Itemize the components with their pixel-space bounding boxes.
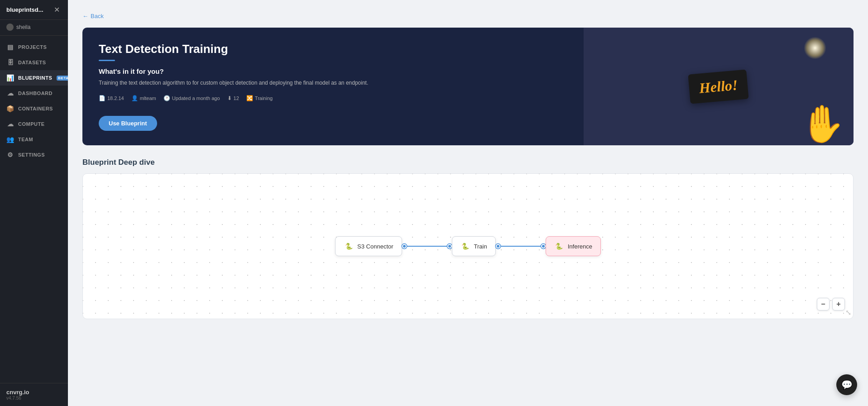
hero-meta: 📄 18.2.14 👤 mlteam 🕐 Updated a month ago… <box>99 95 567 101</box>
sidebar-blueprints-label: BLUEPRINTS <box>18 75 52 81</box>
download-icon: ⬇ <box>227 95 232 101</box>
meta-updated-value: Updated a month ago <box>172 96 220 101</box>
sidebar-item-containers[interactable]: 📦 CONTAINERS <box>0 101 68 116</box>
flow-connector-1 <box>402 244 452 248</box>
sidebar-compute-label: COMPUTE <box>18 121 45 127</box>
meta-type-value: Training <box>255 96 273 101</box>
inference-node-icon: 🐍 <box>554 241 564 251</box>
flow-container: 🐍 S3 Connector 🐍 Train <box>82 173 854 319</box>
team-icon: 👥 <box>6 136 14 143</box>
train-node-icon: 🐍 <box>460 241 470 251</box>
hero-image-panel: Hello! 🤚 <box>584 28 854 145</box>
version-label: v4.7.56 <box>6 396 62 401</box>
flow-node-inference[interactable]: 🐍 Inference <box>546 236 601 256</box>
sidebar-item-dashboard[interactable]: ☁ DASHBOARD <box>0 86 68 101</box>
sidebar-containers-label: CONTAINERS <box>18 106 53 111</box>
user-avatar <box>6 24 14 31</box>
sidebar-item-settings[interactable]: ⚙ SETTINGS <box>0 147 68 162</box>
connector-dot-left-1 <box>402 244 407 248</box>
meta-updated: 🕐 Updated a month ago <box>163 95 220 101</box>
sidebar-item-projects[interactable]: ▤ PROJECTS <box>0 39 68 55</box>
sidebar-item-blueprints[interactable]: 📊 BLUEPRINTS BETA <box>0 70 68 86</box>
hero-subtitle: What's in it for you? <box>99 67 567 75</box>
sidebar-footer: cnvrg.io v4.7.56 <box>0 383 68 406</box>
flow-node-train[interactable]: 🐍 Train <box>452 236 496 256</box>
s3-node-icon: 🐍 <box>344 241 354 251</box>
hero-content: Text Detection Training What's in it for… <box>82 28 584 145</box>
use-blueprint-button[interactable]: Use Blueprint <box>99 116 157 131</box>
s3-node-label: S3 Connector <box>357 243 393 250</box>
sidebar-collapse-button[interactable]: ✕ <box>52 5 62 14</box>
hero-title: Text Detection Training <box>99 42 567 56</box>
connector-dot-left-2 <box>496 244 500 248</box>
connector-dot-right-2 <box>541 244 546 248</box>
meta-version: 📄 18.2.14 <box>99 95 124 101</box>
clock-icon: 🕐 <box>163 95 170 101</box>
sidebar-item-compute[interactable]: ☁ COMPUTE <box>0 116 68 132</box>
flow-node-s3-connector[interactable]: 🐍 S3 Connector <box>335 236 402 256</box>
flow-connector-2 <box>496 244 546 248</box>
zoom-out-button[interactable]: − <box>817 298 830 310</box>
deep-dive-title: Blueprint Deep dive <box>82 158 854 167</box>
flow-canvas: 🐍 S3 Connector 🐍 Train <box>83 174 853 319</box>
app-name: blueprintsd... <box>6 6 43 13</box>
meta-team-value: mlteam <box>140 96 156 101</box>
hero-description: Training the text detection algorithm to… <box>99 79 567 87</box>
brand-name: cnvrg.io <box>6 389 62 396</box>
compute-icon: ☁ <box>6 120 14 128</box>
chat-bubble-button[interactable]: 💬 <box>836 374 857 395</box>
flow-nodes: 🐍 S3 Connector 🐍 Train <box>335 236 601 256</box>
hello-sign: Hello! <box>688 69 749 104</box>
settings-icon: ⚙ <box>6 151 14 158</box>
zoom-controls: − + <box>817 298 845 310</box>
chat-icon: 💬 <box>841 379 853 390</box>
main-content: ← Back Text Detection Training What's in… <box>68 0 868 406</box>
zoom-in-button[interactable]: + <box>832 298 845 310</box>
sidebar-team-label: TEAM <box>18 137 33 142</box>
hero-divider <box>99 60 115 61</box>
team-icon: 👤 <box>131 95 138 101</box>
version-icon: 📄 <box>99 95 106 101</box>
connector-line-2 <box>500 246 541 247</box>
datasets-icon: 🗄 <box>6 59 14 66</box>
type-icon: 🔀 <box>246 95 253 101</box>
sidebar-projects-label: PROJECTS <box>18 44 47 50</box>
sidebar-dashboard-label: DASHBOARD <box>18 91 53 96</box>
hand-illustration: 🤚 <box>799 103 844 145</box>
sidebar: blueprintsd... ✕ sheila ▤ PROJECTS 🗄 DAT… <box>0 0 68 406</box>
sidebar-header: blueprintsd... ✕ <box>0 0 68 20</box>
connector-dot-right-1 <box>447 244 452 248</box>
inference-node-label: Inference <box>568 243 592 250</box>
sidebar-settings-label: SETTINGS <box>18 152 45 158</box>
sidebar-user: sheila <box>0 20 68 36</box>
hero-light-effect <box>804 37 826 59</box>
sidebar-navigation: ▤ PROJECTS 🗄 DATASETS 📊 BLUEPRINTS BETA … <box>0 36 68 383</box>
beta-badge: BETA <box>57 76 68 81</box>
meta-version-value: 18.2.14 <box>107 96 124 101</box>
resize-handle[interactable]: ⤡ <box>845 308 851 317</box>
meta-downloads-value: 12 <box>234 96 239 101</box>
train-node-label: Train <box>474 243 487 250</box>
containers-icon: 📦 <box>6 105 14 112</box>
meta-team: 👤 mlteam <box>131 95 156 101</box>
connector-line-1 <box>407 246 447 247</box>
back-label: Back <box>91 13 104 19</box>
sidebar-item-team[interactable]: 👥 TEAM <box>0 132 68 147</box>
projects-icon: ▤ <box>6 43 14 51</box>
meta-downloads: ⬇ 12 <box>227 95 239 101</box>
meta-type: 🔀 Training <box>246 95 273 101</box>
sidebar-datasets-label: DATASETS <box>18 60 46 65</box>
back-arrow-icon: ← <box>82 13 88 19</box>
back-link[interactable]: ← Back <box>82 13 854 19</box>
hero-card: Text Detection Training What's in it for… <box>82 28 854 145</box>
dashboard-icon: ☁ <box>6 90 14 97</box>
sidebar-item-datasets[interactable]: 🗄 DATASETS <box>0 55 68 70</box>
username-label: sheila <box>16 24 30 30</box>
blueprints-icon: 📊 <box>6 74 14 81</box>
